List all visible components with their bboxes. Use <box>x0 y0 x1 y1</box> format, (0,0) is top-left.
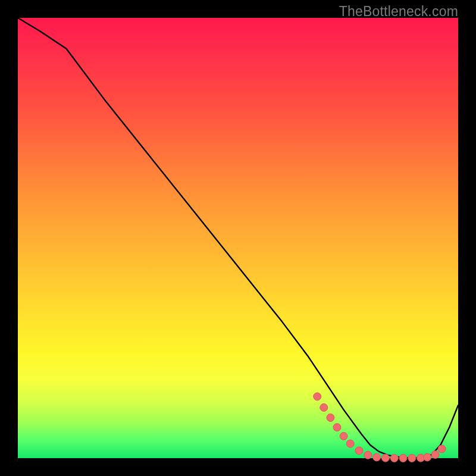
curve-marker <box>373 453 381 461</box>
plot-area <box>18 18 458 458</box>
curve-marker <box>424 453 431 461</box>
watermark-text: TheBottleneck.com <box>339 4 458 20</box>
curve-marker <box>381 454 389 462</box>
curve-marker <box>408 455 416 462</box>
curve-marker <box>314 393 321 400</box>
bottleneck-curve-path <box>18 18 458 458</box>
curve-marker <box>438 445 446 453</box>
curve-marker <box>320 403 328 411</box>
curve-marker <box>355 447 363 455</box>
curve-marker <box>390 455 398 462</box>
curve-layer <box>18 18 458 458</box>
curve-marker <box>333 424 341 431</box>
curve-marker <box>346 440 354 447</box>
chart-frame: TheBottleneck.com <box>0 0 476 476</box>
curve-marker <box>399 455 407 462</box>
curve-marker <box>340 433 347 440</box>
curve-marker <box>327 414 334 421</box>
curve-marker <box>364 451 372 459</box>
curve-marker <box>431 451 439 459</box>
